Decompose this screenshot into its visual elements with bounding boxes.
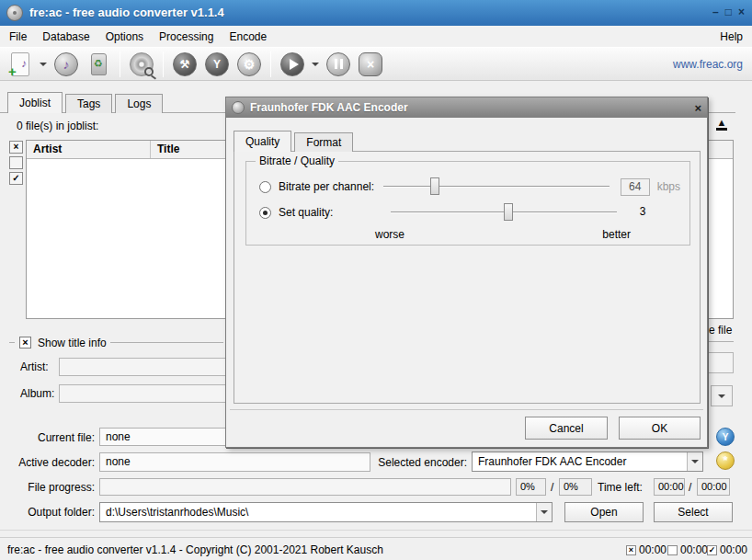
dialog-titlebar: Fraunhofer FDK AAC Encoder ×	[226, 97, 707, 118]
stop-encoding-button[interactable]: ×	[356, 50, 385, 79]
toggle-selection-button[interactable]: ✓	[9, 172, 23, 185]
menu-help[interactable]: Help	[720, 30, 743, 43]
time-left-file: 00:00	[654, 478, 685, 496]
bitrate-row: Bitrate per channel: 64 kbps	[259, 177, 680, 197]
scale-row: worse better	[259, 224, 680, 245]
quality-slider-thumb[interactable]	[504, 203, 513, 221]
menu-database[interactable]: Database	[42, 30, 89, 43]
ok-button[interactable]: OK	[619, 417, 701, 440]
menu-options[interactable]: Options	[106, 30, 143, 43]
bitrate-slider-thumb[interactable]	[430, 177, 439, 195]
chevron-down-icon	[718, 394, 725, 398]
quality-row: Set quality: 3	[259, 202, 680, 223]
tab-logs[interactable]: Logs	[115, 94, 163, 113]
show-title-info-checkbox[interactable]: ×	[19, 337, 31, 349]
column-artist[interactable]: Artist	[27, 141, 151, 158]
settings-button[interactable]: ⚙	[234, 50, 264, 79]
gear-icon: ⚙	[237, 52, 261, 76]
active-decoder-label: Active decoder:	[0, 456, 95, 469]
active-decoder-value: none	[99, 452, 370, 472]
joblist-count: 0 file(s) in joblist:	[17, 120, 98, 132]
add-files-dropdown-icon[interactable]	[40, 63, 47, 66]
encoder-dropdown-button[interactable]	[687, 452, 702, 471]
output-folder-combo[interactable]: d:\Users\tristanrhodes\Music\	[99, 502, 553, 522]
pause-encoding-button[interactable]	[324, 50, 353, 79]
check-box-icon: ✓	[707, 545, 717, 555]
partial-label-file: e file	[709, 324, 732, 337]
main-tabs: Joblist Tags Logs	[7, 92, 163, 113]
output-folder-dropdown-button[interactable]	[536, 503, 552, 521]
stop-icon: ×	[359, 52, 382, 76]
statusbar: fre:ac - free audio converter v1.1.4 - C…	[0, 537, 752, 560]
tab-format[interactable]: Format	[294, 132, 353, 152]
titlebar: fre:ac - free audio converter v1.1.4 – □…	[0, 0, 752, 26]
current-file-label: Current file:	[0, 431, 95, 444]
menubar: File Database Options Processing Encode …	[0, 26, 752, 47]
file-progress-percent: 0%	[516, 478, 546, 496]
eject-button[interactable]: ▲	[710, 115, 734, 133]
maximize-icon[interactable]: □	[725, 6, 732, 18]
add-files-icon: ♪ +	[11, 52, 29, 76]
minimize-icon[interactable]: –	[712, 6, 719, 18]
dialog-app-icon	[232, 101, 245, 114]
quality-slider[interactable]	[391, 203, 617, 222]
cd-magnifier-icon	[130, 52, 154, 76]
group-title: Bitrate / Quality	[256, 154, 338, 167]
close-icon[interactable]: ×	[738, 6, 745, 18]
freac-globe-icon[interactable]: Y	[716, 428, 735, 446]
toolbar-separator	[270, 51, 271, 77]
freac-website-link[interactable]: www.freac.org	[673, 58, 743, 71]
chevron-down-icon	[541, 510, 548, 514]
deselect-all-button[interactable]: ×	[9, 141, 23, 154]
donate-icon[interactable]: *	[716, 451, 735, 470]
output-folder-value: d:\Users\tristanrhodes\Music\	[100, 506, 536, 519]
checked-box-icon: ×	[626, 545, 636, 555]
chevron-down-icon	[691, 460, 699, 463]
file-progress-bar	[99, 478, 511, 496]
selected-tracks-time: × 00:00	[626, 543, 667, 556]
window-controls: – □ ×	[712, 6, 745, 18]
statusbar-text: fre:ac - free audio converter v1.1.4 - C…	[7, 543, 383, 556]
tools-button[interactable]: ⚒	[170, 50, 199, 79]
field-fragment[interactable]	[709, 352, 734, 373]
menu-processing[interactable]: Processing	[159, 30, 213, 43]
toolbar: ♪ + ♪ ♻ ⚒ Y ⚙ × www.freac.org	[0, 47, 752, 81]
output-folder-label: Output folder:	[0, 506, 95, 519]
artist-label: Artist:	[20, 360, 49, 373]
select-none-button[interactable]	[9, 156, 23, 169]
open-button[interactable]: Open	[564, 502, 644, 522]
bitrate-slider[interactable]	[383, 177, 610, 196]
file-progress-label: File progress:	[0, 481, 95, 494]
start-encoding-dropdown-icon[interactable]	[312, 63, 319, 66]
quality-radio[interactable]	[259, 207, 271, 219]
eject-icon: ▲	[717, 118, 727, 127]
clear-joblist-button[interactable]: ♻	[84, 50, 113, 79]
app-icon	[6, 5, 23, 21]
tab-quality[interactable]: Quality	[234, 131, 291, 152]
combo-fragment[interactable]	[711, 385, 733, 406]
tab-joblist[interactable]: Joblist	[7, 92, 63, 113]
time-left-label: Time left:	[598, 481, 643, 494]
bitrate-value[interactable]: 64	[621, 178, 650, 196]
bitrate-quality-group: Bitrate / Quality Bitrate per channel: 6…	[245, 161, 690, 246]
dialog-close-icon[interactable]: ×	[694, 101, 701, 115]
tab-tags[interactable]: Tags	[65, 94, 112, 113]
bitrate-radio[interactable]	[259, 181, 271, 193]
encoder-config-dialog: Fraunhofer FDK AAC Encoder × Quality For…	[225, 97, 708, 448]
progress-separator: /	[551, 481, 553, 494]
selected-encoder-combo[interactable]: Fraunhofer FDK AAC Encoder	[472, 451, 703, 472]
cd-lookup-button[interactable]	[127, 50, 156, 79]
filter-button[interactable]: Y	[202, 50, 232, 79]
music-note-button[interactable]: ♪	[51, 50, 81, 79]
selected-encoder-value: Fraunhofer FDK AAC Encoder	[473, 455, 687, 468]
menu-file[interactable]: File	[9, 30, 27, 43]
select-button[interactable]: Select	[654, 502, 733, 522]
add-files-button[interactable]: ♪ +	[6, 50, 35, 79]
time-left-total: 00:00	[697, 478, 730, 496]
start-encoding-button[interactable]	[278, 50, 307, 79]
dialog-tab-panel: Bitrate / Quality Bitrate per channel: 6…	[234, 151, 701, 404]
show-title-info-label: Show title info	[38, 337, 107, 349]
cancel-button[interactable]: Cancel	[525, 417, 608, 440]
menu-encode[interactable]: Encode	[229, 30, 267, 43]
scale-better-label: better	[602, 228, 631, 241]
